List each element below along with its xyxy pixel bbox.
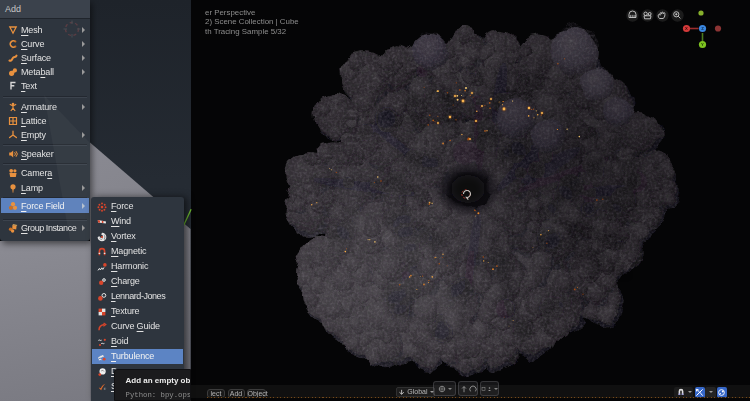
svg-text:Z: Z	[701, 26, 704, 31]
svg-text:X: X	[685, 26, 688, 31]
svg-text:Y: Y	[701, 42, 704, 47]
